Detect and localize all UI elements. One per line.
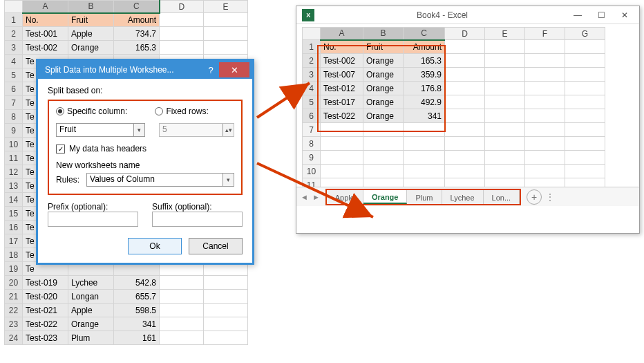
cell[interactable]: 161 xyxy=(114,331,160,345)
cell[interactable]: Orange xyxy=(68,317,114,331)
row-header[interactable]: 12 xyxy=(5,165,23,179)
row-header[interactable]: 9 xyxy=(5,124,23,138)
cell[interactable] xyxy=(445,137,485,151)
table-row[interactable]: 10 xyxy=(303,165,605,178)
cell[interactable] xyxy=(565,165,605,178)
col-header-C[interactable]: C xyxy=(404,28,445,40)
cell[interactable] xyxy=(445,95,485,109)
table-row[interactable]: 1No.FruitAmount xyxy=(303,40,605,54)
cell[interactable] xyxy=(204,304,248,317)
new-sheet-button[interactable]: + xyxy=(527,189,542,205)
suffix-input[interactable] xyxy=(152,212,243,227)
row-header[interactable]: 8 xyxy=(303,137,321,151)
cell[interactable] xyxy=(160,331,204,345)
table-row[interactable]: 21Test-020Longan655.7 xyxy=(5,290,248,304)
cell[interactable] xyxy=(565,82,605,95)
cell[interactable] xyxy=(160,41,204,55)
row-header[interactable]: 18 xyxy=(5,248,23,262)
table-row[interactable]: 3Test-002Orange165.3 xyxy=(5,41,248,55)
help-icon[interactable]: ? xyxy=(202,65,219,75)
header-cell[interactable]: No. xyxy=(23,13,68,27)
row-header[interactable]: 24 xyxy=(5,331,23,345)
cell[interactable]: 359.9 xyxy=(404,68,445,82)
cell[interactable] xyxy=(525,54,565,68)
header-cell[interactable]: Fruit xyxy=(363,40,404,54)
cell[interactable]: Lychee xyxy=(68,276,114,290)
row-header[interactable]: 4 xyxy=(5,55,23,68)
cell[interactable]: Test-020 xyxy=(23,290,68,304)
row-header[interactable]: 4 xyxy=(303,82,321,95)
cell[interactable] xyxy=(485,151,525,165)
header-cell[interactable]: Amount xyxy=(114,13,160,27)
cell[interactable]: 165.3 xyxy=(114,41,160,55)
table-row[interactable]: 6Test-022Orange341 xyxy=(303,109,605,123)
close-button[interactable]: ✕ xyxy=(219,62,249,77)
row-header[interactable]: 7 xyxy=(303,123,321,137)
cell[interactable]: Orange xyxy=(363,95,404,109)
next-sheet-icon[interactable]: ► xyxy=(312,193,320,201)
cell[interactable] xyxy=(160,290,204,304)
cell[interactable] xyxy=(363,137,404,151)
cell[interactable]: Orange xyxy=(363,68,404,82)
cell[interactable] xyxy=(204,331,248,345)
window-titlebar[interactable]: X Book4 - Excel — ☐ ✕ xyxy=(296,6,639,24)
row-header[interactable]: 2 xyxy=(303,54,321,68)
cell[interactable] xyxy=(445,109,485,123)
sheet-tab-lon[interactable]: Lon... xyxy=(484,190,520,204)
cell[interactable] xyxy=(445,123,485,137)
cell[interactable] xyxy=(404,137,445,151)
row-header[interactable]: 3 xyxy=(303,68,321,82)
sheet-tab-apple[interactable]: Apple xyxy=(327,190,363,204)
cell[interactable]: Test-007 xyxy=(321,68,363,82)
table-row[interactable]: 2Test-002Orange165.3 xyxy=(303,54,605,68)
row-header[interactable]: 1 xyxy=(5,13,23,27)
col-header-D[interactable]: D xyxy=(445,28,485,40)
sheet-tab-plum[interactable]: Plum xyxy=(407,190,442,204)
cell[interactable]: Plum xyxy=(68,331,114,345)
cell[interactable] xyxy=(485,109,525,123)
row-header[interactable]: 21 xyxy=(5,290,23,304)
row-header[interactable]: 8 xyxy=(5,110,23,124)
cell[interactable] xyxy=(445,82,485,95)
tab-options-icon[interactable]: ⋮ xyxy=(546,192,556,202)
cell[interactable] xyxy=(204,276,248,290)
cell[interactable] xyxy=(445,40,485,54)
dialog-titlebar[interactable]: Split Data into Multiple Workshee... ? ✕ xyxy=(38,61,252,79)
cell[interactable]: 341 xyxy=(404,109,445,123)
restore-button[interactable]: ☐ xyxy=(589,8,613,22)
cell[interactable]: Orange xyxy=(363,82,404,95)
cell[interactable]: Test-012 xyxy=(321,82,363,95)
cell[interactable]: 734.7 xyxy=(114,27,160,41)
cell[interactable] xyxy=(525,40,565,54)
select-all-corner[interactable] xyxy=(303,28,321,40)
cell[interactable]: 542.8 xyxy=(114,276,160,290)
cell[interactable] xyxy=(485,123,525,137)
prev-sheet-icon[interactable]: ◄ xyxy=(301,193,308,201)
cell[interactable] xyxy=(204,290,248,304)
cell[interactable] xyxy=(160,276,204,290)
cell[interactable]: 176.8 xyxy=(404,82,445,95)
cell[interactable] xyxy=(565,95,605,109)
cell[interactable]: Test-001 xyxy=(23,27,68,41)
cell[interactable]: Test-019 xyxy=(23,276,68,290)
row-header[interactable]: 16 xyxy=(5,221,23,234)
fixed-rows-radio[interactable]: Fixed rows: xyxy=(155,106,208,116)
has-headers-checkbox[interactable]: ✓ My data has headers xyxy=(56,144,234,153)
cell[interactable]: 492.9 xyxy=(404,95,445,109)
cell[interactable] xyxy=(565,54,605,68)
row-header[interactable]: 5 xyxy=(303,95,321,109)
cell[interactable] xyxy=(204,317,248,331)
cell[interactable] xyxy=(485,54,525,68)
cell[interactable] xyxy=(160,304,204,317)
close-window-button[interactable]: ✕ xyxy=(613,8,636,22)
cell[interactable] xyxy=(565,123,605,137)
table-row[interactable]: 3Test-007Orange359.9 xyxy=(303,68,605,82)
row-header[interactable]: 6 xyxy=(303,109,321,123)
prefix-input[interactable] xyxy=(48,212,138,227)
row-header[interactable]: 14 xyxy=(5,193,23,207)
table-row[interactable]: 4Test-012Orange176.8 xyxy=(303,82,605,95)
header-cell[interactable]: Fruit xyxy=(68,13,114,27)
row-header[interactable]: 6 xyxy=(5,82,23,96)
cell[interactable] xyxy=(565,40,605,54)
cell[interactable]: Test-022 xyxy=(321,109,363,123)
